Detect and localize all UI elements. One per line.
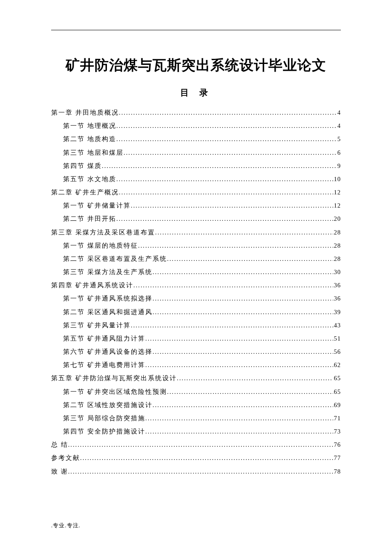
toc-entry-page: 28: [333, 252, 341, 266]
toc-entry-page: 51: [333, 332, 341, 345]
toc-entry-label: 第一节: [63, 199, 85, 212]
toc-entry-text: 区域性放突措施设计: [87, 399, 153, 412]
document-title: 矿井防治煤与瓦斯突出系统设计毕业论文: [51, 56, 341, 75]
toc-leader-dots: [153, 266, 333, 279]
toc-entry-page: 6: [337, 146, 341, 159]
toc-leader-dots: [116, 212, 333, 225]
toc-entry-label: 第三节: [63, 319, 85, 332]
toc-entry-label: 参考文献: [51, 451, 80, 465]
toc-entry-text: 采煤方法及生产系统: [87, 266, 153, 279]
toc-leader-dots: [68, 438, 333, 451]
toc-entry-text: 矿井风量计算: [87, 319, 131, 332]
toc-entry-label: 第五节: [63, 173, 85, 186]
toc-entry-page: 12: [333, 186, 341, 199]
toc-entry[interactable]: 第一节矿井通风系统拟选择36: [51, 292, 341, 305]
toc-leader-dots: [124, 146, 337, 159]
toc-entry[interactable]: 参考文献77: [51, 451, 341, 465]
toc-entry-text: 矿井生产概况: [75, 186, 119, 199]
toc-entry[interactable]: 第一节煤层的地质特征28: [51, 239, 341, 252]
toc-leader-dots: [153, 292, 333, 305]
toc-entry-label: 第二章: [51, 186, 73, 199]
toc-leader-dots: [116, 173, 333, 186]
toc-entry-text: 安全防护措施设计: [87, 425, 145, 438]
toc-entry[interactable]: 第一节矿井储量计算12: [51, 199, 341, 212]
toc-entry[interactable]: 第四章矿井通风系统设计36: [51, 279, 341, 292]
toc-leader-dots: [131, 319, 333, 332]
toc-entry-label: 第七节: [63, 358, 85, 372]
toc-entry[interactable]: 第三节局部综合防突措施71: [51, 412, 341, 425]
toc-entry-text: 水文地质: [87, 173, 116, 186]
toc-leader-dots: [102, 159, 337, 173]
toc-entry-page: 9: [337, 159, 341, 173]
toc-entry-page: 65: [333, 372, 341, 385]
toc-entry-text: 矿井通风设备的选择: [87, 345, 153, 358]
toc-entry[interactable]: 第二节区域性放突措施设计69: [51, 399, 341, 412]
toc-entry-text: 局部综合防突措施: [87, 412, 145, 425]
toc-entry-label: 第一节: [63, 385, 85, 399]
toc-entry-label: 第二节: [63, 133, 85, 146]
toc-entry-text: 井田地质概况: [75, 106, 119, 119]
toc-entry-page: 77: [333, 451, 341, 465]
top-rule: [51, 30, 341, 30]
toc-entry-text: 矿井储量计算: [87, 199, 131, 212]
toc-entry-page: 30: [333, 266, 341, 279]
toc-leader-dots: [155, 226, 333, 239]
toc-entry[interactable]: 第二节地质构造5: [51, 133, 341, 146]
toc-entry[interactable]: 第七节矿井通电费用计算62: [51, 358, 341, 372]
toc-entry-page: 69: [333, 399, 341, 412]
toc-entry-text: 煤质: [87, 159, 102, 173]
toc-entry-text: 地质构造: [87, 133, 116, 146]
toc-entry[interactable]: 第一节地理概况4: [51, 119, 341, 133]
toc-entry[interactable]: 第六节矿井通风设备的选择56: [51, 345, 341, 358]
toc-entry[interactable]: 第一章井田地质概况4: [51, 106, 341, 119]
toc-entry[interactable]: 第二节井田开拓20: [51, 212, 341, 225]
toc-leader-dots: [133, 279, 333, 292]
toc-entry-page: 65: [333, 385, 341, 399]
toc-entry-text: 井田开拓: [87, 212, 116, 225]
toc-entry-label: 第一章: [51, 106, 73, 119]
toc-entry-text: 煤层的地质特征: [87, 239, 138, 252]
toc-leader-dots: [116, 119, 337, 133]
toc-entry[interactable]: 第五节水文地质10: [51, 173, 341, 186]
toc-entry[interactable]: 第三节采煤方法及生产系统30: [51, 266, 341, 279]
toc-entry-label: 第三节: [63, 266, 85, 279]
toc-entry[interactable]: 第二章矿井生产概况12: [51, 186, 341, 199]
toc-entry[interactable]: 第二节采区巷道布置及生产系统28: [51, 252, 341, 266]
toc-entry-page: 71: [333, 412, 341, 425]
toc-entry[interactable]: 第一节矿井突出区域危险性预测65: [51, 385, 341, 399]
toc-entry[interactable]: 总 结76: [51, 438, 341, 451]
toc-entry-label: 第三章: [51, 226, 73, 239]
toc-entry-label: 第六节: [63, 345, 85, 358]
toc-entry-label: 致 谢: [51, 465, 68, 478]
toc-entry[interactable]: 第三节矿井风量计算43: [51, 319, 341, 332]
toc-entry[interactable]: 第五章矿井防治煤与瓦斯突出系统设计65: [51, 372, 341, 385]
toc-entry-text: 矿井突出区域危险性预测: [87, 385, 167, 399]
toc-leader-dots: [153, 399, 333, 412]
toc-entry-page: 36: [333, 292, 341, 305]
toc-entry-label: 第一节: [63, 292, 85, 305]
toc-entry[interactable]: 第二节采区通风和掘进通风39: [51, 306, 341, 319]
toc-leader-dots: [145, 425, 333, 438]
toc-entry-text: 地层和煤层: [87, 146, 124, 159]
toc-entry-label: 第三节: [63, 412, 85, 425]
toc-entry[interactable]: 致 谢78: [51, 465, 341, 478]
toc-entry-label: 总 结: [51, 438, 68, 451]
toc-entry[interactable]: 第三章采煤方法及采区巷道布置28: [51, 226, 341, 239]
toc-entry-page: 36: [333, 279, 341, 292]
toc-entry[interactable]: 第四节煤质9: [51, 159, 341, 173]
toc-entry-page: 5: [337, 133, 341, 146]
toc-entry[interactable]: 第五节矿井通风阻力计算51: [51, 332, 341, 345]
toc-entry[interactable]: 第三节地层和煤层6: [51, 146, 341, 159]
toc-leader-dots: [80, 451, 333, 465]
toc-entry-page: 56: [333, 345, 341, 358]
toc-entry-text: 地理概况: [87, 119, 116, 133]
toc-leader-dots: [167, 385, 333, 399]
toc-leader-dots: [153, 306, 333, 319]
toc-entry-label: 第二节: [63, 252, 85, 266]
toc-entry-page: 4: [337, 106, 341, 119]
toc-entry-page: 20: [333, 212, 341, 225]
toc-leader-dots: [177, 372, 333, 385]
toc-entry[interactable]: 第四节安全防护措施设计73: [51, 425, 341, 438]
toc-leader-dots: [145, 412, 333, 425]
toc-entry-label: 第一节: [63, 239, 85, 252]
